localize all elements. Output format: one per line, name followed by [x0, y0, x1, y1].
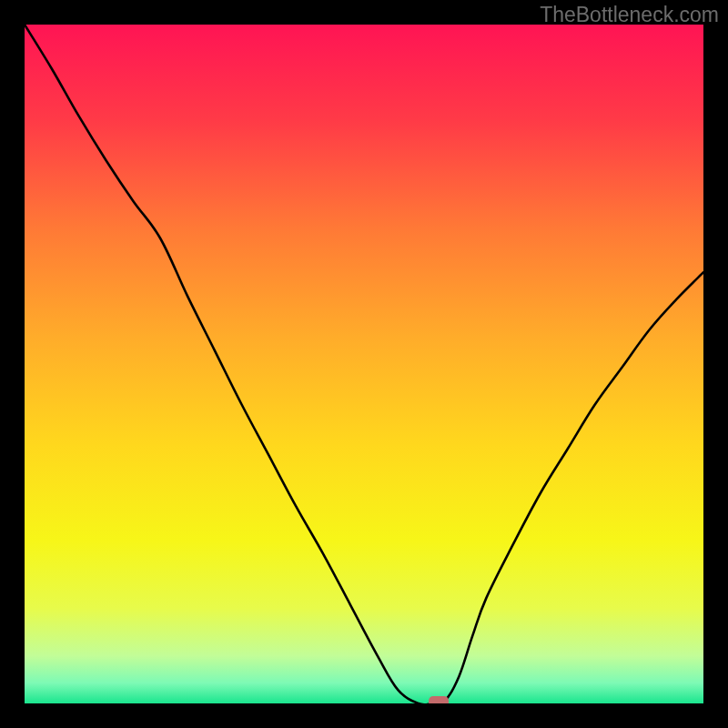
chart-plot-area — [25, 25, 703, 703]
chart-svg — [25, 25, 703, 703]
watermark-label: TheBottleneck.com — [540, 3, 719, 27]
optimal-marker — [429, 696, 449, 703]
chart-background-gradient — [25, 25, 703, 703]
